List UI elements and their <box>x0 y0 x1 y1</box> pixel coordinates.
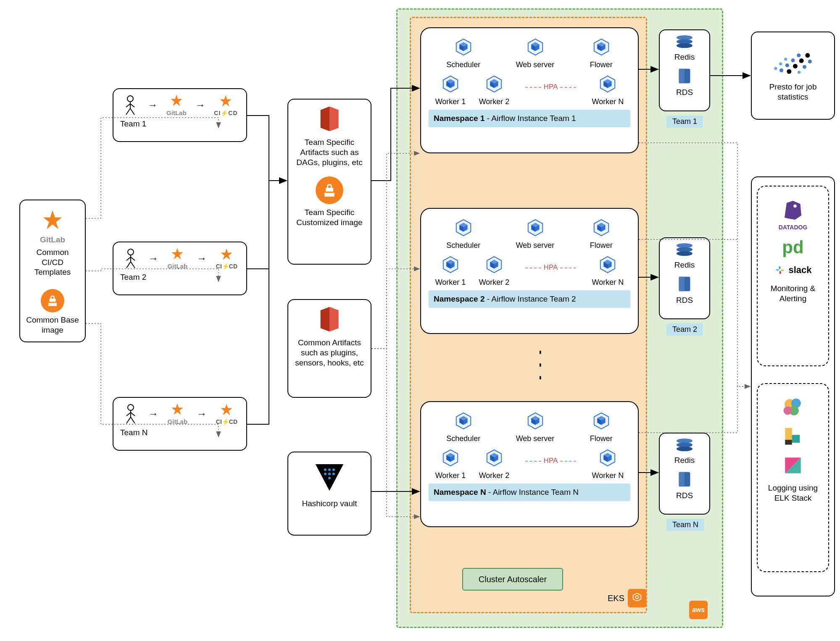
hpa-label: HPA <box>523 263 579 297</box>
logstash-icon <box>781 425 805 449</box>
cube-icon <box>598 255 617 274</box>
common-artifacts-box: Common Artifacts such as plugins, sensor… <box>287 299 371 398</box>
person-icon <box>122 248 139 269</box>
cube-icon <box>526 37 545 57</box>
team-artifacts-label: Team Specific Artifacts such as DAGs, pl… <box>293 137 366 167</box>
svg-point-48 <box>784 407 792 415</box>
team2-label: Team 2 <box>120 272 242 282</box>
svg-point-22 <box>677 447 693 451</box>
svg-point-17 <box>677 251 693 256</box>
cicd-label: CI⚡CD <box>214 110 237 116</box>
svg-point-37 <box>803 65 806 69</box>
svg-point-32 <box>797 53 801 57</box>
teamN-label: Team N <box>120 428 242 438</box>
person-icon <box>122 95 139 116</box>
svg-rect-42 <box>781 270 784 271</box>
base-image-icon <box>41 289 64 313</box>
team1-label: Team 1 <box>120 119 242 129</box>
svg-point-38 <box>808 60 812 63</box>
vault-box: Hashicorp vault <box>287 452 371 536</box>
svg-point-30 <box>785 63 789 67</box>
redis-rds-2: Redis RDS <box>659 237 710 319</box>
common-base-label: Common Base image <box>24 315 81 335</box>
monitoring-box: DATADOG pd slack Monitoring & Alerting <box>757 186 829 366</box>
svg-point-6 <box>324 473 327 475</box>
svg-point-29 <box>779 68 783 72</box>
elasticsearch-icon <box>779 395 807 420</box>
cube-icon <box>592 37 611 57</box>
svg-point-4 <box>328 468 331 471</box>
svg-point-2 <box>128 405 134 410</box>
cube-icon <box>592 411 611 431</box>
svg-point-26 <box>774 67 777 70</box>
rds-icon <box>675 274 694 294</box>
eks-badge: EKS <box>608 589 646 607</box>
team1-badge: Team 1 <box>666 116 703 128</box>
teamN-box: → GitLab → CI⚡CD Team N <box>113 397 247 451</box>
s3-icon <box>314 105 345 132</box>
svg-point-25 <box>636 596 639 599</box>
team-image-label: Team Specific Customized image <box>293 208 366 228</box>
rds-icon <box>675 470 694 489</box>
namespace-1: Scheduler Web server Flower Worker 1 Wor… <box>420 27 639 153</box>
team2-badge: Team 2 <box>666 323 703 336</box>
redis-rds-1: Redis RDS <box>659 29 710 111</box>
s3-icon <box>314 306 345 333</box>
cube-icon <box>485 74 504 94</box>
ellipsis-icon: - - - <box>534 350 548 383</box>
gitlab-cicd-icon <box>218 402 235 417</box>
svg-point-8 <box>332 473 335 475</box>
cube-icon <box>592 218 611 237</box>
gitlab-icon <box>169 247 186 261</box>
cluster-autoscaler: Cluster Autoscaler <box>462 568 563 591</box>
gitlab-icon <box>169 402 186 416</box>
cube-icon <box>441 74 460 94</box>
monitoring-logging-box: DATADOG pd slack Monitoring & Alerting L… <box>751 176 835 596</box>
namespace-n: Scheduler Web server Flower Worker 1 Wor… <box>420 401 639 527</box>
redis-icon <box>675 242 694 258</box>
redis-icon <box>675 34 694 50</box>
datadog-icon: DATADOG <box>761 197 825 231</box>
person-icon <box>122 403 139 424</box>
logging-box: Logging using ELK Stack <box>757 383 829 572</box>
slack-icon: slack <box>761 264 825 276</box>
aws-badge: aws <box>689 601 708 619</box>
svg-point-12 <box>677 43 693 48</box>
team1-box: → GitLab → CI⚡CD Team 1 <box>113 88 247 142</box>
cicd-label: CI⚡CD <box>216 263 237 270</box>
common-cicd-label: Common CI/CD Templates <box>24 247 81 277</box>
svg-point-31 <box>791 58 795 62</box>
svg-rect-14 <box>679 69 685 84</box>
vault-icon <box>313 460 346 494</box>
gitlab-icon <box>168 93 185 108</box>
presto-box: Presto for job statistics <box>751 32 835 120</box>
svg-rect-44 <box>779 271 781 274</box>
svg-point-35 <box>799 58 804 63</box>
cube-icon <box>441 255 460 274</box>
svg-rect-19 <box>679 277 685 292</box>
svg-rect-41 <box>776 269 779 271</box>
cube-icon <box>441 448 460 468</box>
svg-point-5 <box>332 468 335 471</box>
customized-image-icon <box>316 176 343 204</box>
cube-icon <box>454 218 473 237</box>
common-gitlab-box: GitLab Common CI/CD Templates Common Bas… <box>19 200 86 342</box>
gitlab-cicd-icon <box>218 247 235 261</box>
namespace-2: Scheduler Web server Flower Worker 1 Wor… <box>420 208 639 334</box>
cube-icon <box>526 218 545 237</box>
svg-point-3 <box>324 468 327 471</box>
cube-icon <box>526 411 545 431</box>
svg-point-33 <box>787 69 791 74</box>
kubernetes-icon <box>631 592 643 604</box>
redis-icon <box>675 438 694 454</box>
svg-point-27 <box>779 62 782 65</box>
cube-icon <box>598 448 617 468</box>
svg-point-9 <box>328 477 331 479</box>
common-artifacts-label: Common Artifacts such as plugins, sensor… <box>293 338 366 368</box>
cube-icon <box>454 37 473 57</box>
cicd-label: CI⚡CD <box>216 418 237 425</box>
rds-icon <box>675 66 694 86</box>
svg-rect-50 <box>785 440 792 445</box>
pagerduty-icon: pd <box>761 237 825 257</box>
vault-label: Hashicorp vault <box>293 499 366 509</box>
